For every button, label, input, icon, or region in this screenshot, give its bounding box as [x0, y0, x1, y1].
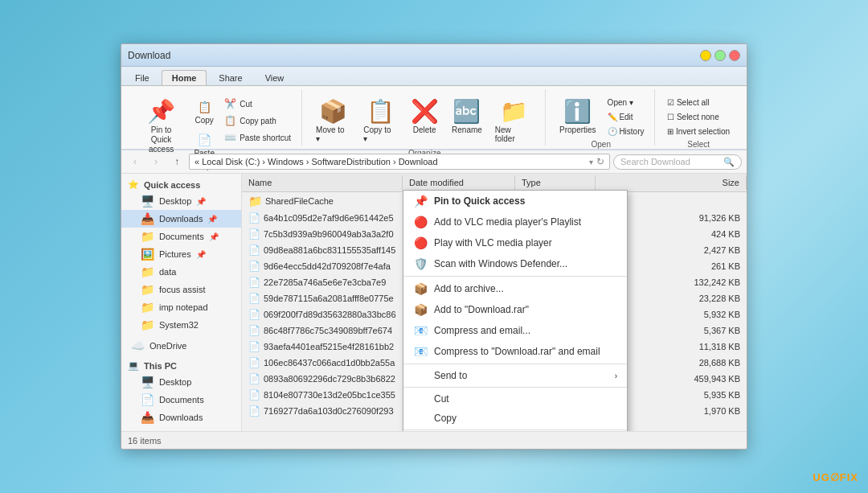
pin-quick-access-button[interactable]: 📌 Pin to Quickaccess	[134, 92, 188, 158]
ctx-compress-email[interactable]: 📧 Compress and email...	[403, 320, 627, 341]
invert-selection-label: ⊞ Invert selection	[667, 127, 730, 136]
forward-button[interactable]: ›	[147, 153, 165, 170]
file-cell-name: 📄 22e7285a746a5e6e7e3cba7e9	[242, 275, 403, 290]
ctx-scan-defender-label: Scan with Windows Defender...	[434, 258, 567, 269]
file-icon: 📄	[248, 341, 260, 352]
sidebar-item-desktop[interactable]: 🖥️ Desktop 📌	[121, 192, 241, 210]
col-date[interactable]: Date modified	[403, 175, 515, 190]
address-path[interactable]: « Local Disk (C:) › Windows › SoftwareDi…	[189, 154, 610, 170]
pc-downloads-icon: 📥	[141, 411, 154, 424]
this-pc-icon: 💻	[128, 360, 139, 371]
ctx-pin-quick-access[interactable]: 📌 Pin to Quick access	[403, 191, 627, 212]
maximize-button[interactable]	[714, 50, 726, 61]
open-items: ℹ️ Properties Open ▾ ✏️ Edit 🕐 History	[554, 89, 648, 138]
select-none-button[interactable]: ☐ Select none	[663, 110, 734, 124]
copy-to-button[interactable]: 📋 Copy to ▾	[358, 92, 403, 147]
file-cell-name: 📄 93aefa4401eaf5215e4f28161bb2	[242, 339, 403, 354]
path-text: « Local Disk (C:) › Windows › SoftwareDi…	[194, 157, 438, 166]
edit-button[interactable]: ✏️ Edit	[604, 110, 649, 124]
col-size[interactable]: Size	[596, 175, 747, 190]
clipboard-small-btns: ✂️ Cut 📋 Copy path ⌨️ Paste shortcut	[220, 92, 295, 146]
focus-assist-icon: 📁	[141, 283, 154, 296]
ctx-compress-download-email[interactable]: 📧 Compress to "Download.rar" and email	[403, 341, 627, 362]
quick-access-label: Quick access	[144, 180, 200, 190]
back-button[interactable]: ‹	[126, 153, 144, 170]
pc-desktop-label: Desktop	[159, 377, 191, 387]
ctx-send-to[interactable]: Send to ›	[403, 366, 627, 385]
copy-path-button[interactable]: 📋 Copy path	[220, 113, 295, 129]
sidebar-item-pc-documents[interactable]: 📄 Documents	[121, 391, 241, 409]
ctx-compress-email-label: Compress and email...	[434, 325, 530, 336]
delete-label: Delete	[413, 125, 436, 134]
tab-view[interactable]: View	[255, 70, 295, 85]
sidebar-item-pc-desktop[interactable]: 🖥️ Desktop	[121, 373, 241, 391]
explorer-window: Download File Home Share View 📌 Pin to Q…	[121, 43, 747, 450]
ctx-add-download-rar-label: Add to "Download.rar"	[434, 304, 529, 315]
move-to-icon: 📦	[319, 97, 348, 125]
paste-icon: 📄	[195, 131, 213, 149]
delete-button[interactable]: ❌ Delete	[404, 92, 444, 138]
select-all-button[interactable]: ☑ Select all	[663, 96, 734, 109]
minimize-button[interactable]	[700, 50, 711, 61]
cut-button[interactable]: ✂️ Cut	[220, 96, 295, 112]
rename-icon: 🔤	[452, 97, 481, 125]
ctx-play-vlc-label: Play with VLC media player	[434, 237, 552, 249]
rar-icon: 📦	[413, 303, 428, 316]
edit-label: ✏️ Edit	[608, 113, 633, 121]
folder-icon: 📁	[248, 195, 262, 207]
search-box[interactable]: Search Download 🔍	[613, 154, 742, 170]
pin-icon: 📌	[209, 232, 219, 241]
rename-button[interactable]: 🔤 Rename	[446, 92, 488, 138]
pin-icon: 📌	[207, 215, 217, 224]
file-icon: 📄	[248, 293, 260, 304]
tab-file[interactable]: File	[125, 70, 160, 85]
ctx-scan-defender[interactable]: 🛡️ Scan with Windows Defender...	[403, 253, 627, 274]
sidebar-item-focus-assist[interactable]: 📁 focus assist	[121, 281, 241, 298]
properties-icon: ℹ️	[563, 97, 592, 125]
ctx-copy[interactable]: Copy	[403, 409, 627, 428]
invert-selection-button[interactable]: ⊞ Invert selection	[663, 125, 734, 138]
data-folder-icon: 📁	[141, 265, 154, 278]
file-cell-name: 📄 9d6e4ecc5dd42d709208f7e4afa	[242, 259, 403, 273]
ctx-add-vlc-playlist[interactable]: 🔴 Add to VLC media player's Playlist	[403, 212, 627, 232]
sidebar-item-pc-downloads[interactable]: 📥 Downloads	[121, 409, 241, 426]
compress-dl-email-icon: 📧	[413, 345, 428, 358]
tab-home[interactable]: Home	[162, 70, 207, 85]
ctx-pin-quick-label: Pin to Quick access	[434, 195, 525, 207]
refresh-icon[interactable]: ↻	[596, 156, 604, 167]
title-bar: Download	[121, 44, 747, 67]
history-button[interactable]: 🕐 History	[604, 125, 649, 138]
ctx-add-archive[interactable]: 📦 Add to archive...	[403, 278, 627, 299]
ctx-add-download-rar[interactable]: 📦 Add to "Download.rar"	[403, 299, 627, 320]
col-name[interactable]: Name	[242, 175, 403, 190]
imp-notepad-label: imp notepad	[159, 302, 208, 312]
up-button[interactable]: ↑	[168, 153, 186, 170]
path-dropdown-icon[interactable]: ▾	[589, 158, 593, 166]
paste-shortcut-button[interactable]: ⌨️ Paste shortcut	[220, 129, 295, 146]
close-button[interactable]	[729, 50, 740, 61]
sidebar-item-documents[interactable]: 📁 Documents 📌	[121, 228, 241, 245]
file-area: Name Date modified Type Size 📁 SharedFil…	[242, 174, 747, 431]
sidebar-item-pictures[interactable]: 🖼️ Pictures 📌	[121, 245, 241, 263]
file-icon: 📄	[248, 357, 260, 368]
col-type[interactable]: Type	[515, 175, 596, 190]
this-pc-label: This PC	[144, 361, 177, 371]
move-to-button[interactable]: 📦 Move to ▾	[310, 92, 356, 147]
file-cell-name: 📁 SharedFileCache	[242, 193, 403, 209]
sidebar-item-onedrive[interactable]: ☁️ OneDrive	[121, 337, 241, 355]
ctx-play-vlc[interactable]: 🔴 Play with VLC media player	[403, 232, 627, 253]
properties-button[interactable]: ℹ️ Properties	[554, 92, 602, 138]
sidebar-item-downloads[interactable]: 📥 Downloads 📌	[121, 210, 241, 228]
delete-icon: ❌	[410, 97, 439, 125]
sidebar-item-system32[interactable]: 📁 System32	[121, 316, 241, 334]
sidebar-item-imp-notepad[interactable]: 📁 imp notepad	[121, 298, 241, 316]
sidebar-item-data[interactable]: 📁 data	[121, 263, 241, 281]
open-button[interactable]: Open ▾	[604, 96, 649, 109]
tab-share[interactable]: Share	[208, 70, 252, 85]
ctx-add-archive-label: Add to archive...	[434, 283, 504, 294]
copy-button[interactable]: 📋 Copy	[190, 96, 219, 127]
rename-label: Rename	[452, 125, 482, 134]
new-folder-button[interactable]: 📁 New folder	[489, 92, 539, 147]
window-title: Download	[128, 50, 700, 61]
ctx-cut[interactable]: Cut	[403, 389, 627, 409]
